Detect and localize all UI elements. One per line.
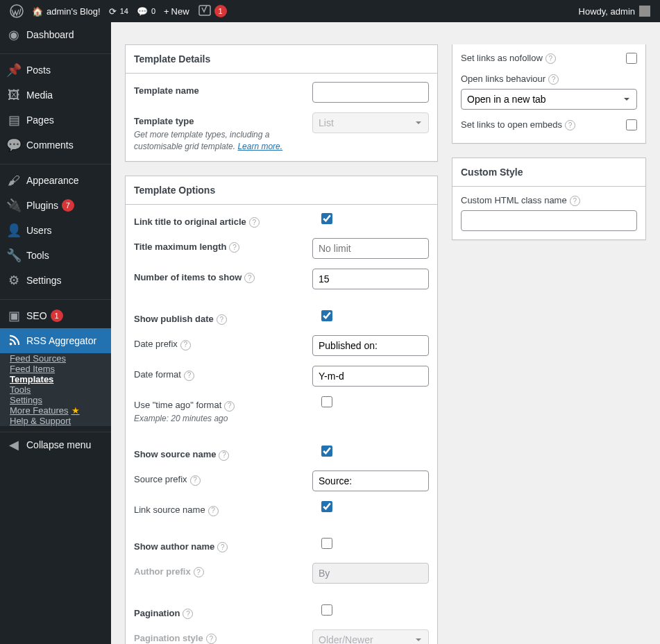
pagination-checkbox[interactable] [321, 604, 332, 616]
show-publish-checkbox[interactable] [321, 310, 332, 321]
custom-style-heading: Custom Style [452, 158, 645, 187]
menu-rss[interactable]: RSS Aggregator [0, 328, 111, 353]
help-icon[interactable]: ? [217, 314, 227, 325]
account-link[interactable]: Howdy, admin [575, 0, 654, 22]
help-icon[interactable]: ? [565, 120, 575, 130]
open-behaviour-label: Open links behaviour [461, 74, 545, 84]
collapse-icon: ◀ [7, 438, 21, 452]
pagination-style-label: Pagination style [134, 633, 203, 643]
collapse-button[interactable]: ◀Collapse menu [0, 432, 111, 457]
new-link[interactable]: +New [160, 0, 194, 22]
show-publish-label: Show publish date [134, 314, 214, 324]
source-prefix-label: Source prefix [134, 474, 187, 484]
updates-link[interactable]: ⟳14 [105, 0, 133, 22]
template-type-label: Template type [134, 116, 194, 126]
help-icon[interactable]: ? [184, 371, 194, 381]
help-icon[interactable]: ? [249, 217, 260, 228]
nofollow-label: Set links as nofollow [461, 53, 543, 63]
admin-bar: 🏠admin's Blog! ⟳14 💬0 +New 1 Howdy, admi… [0, 0, 660, 22]
open-embeds-label: Set links to open embeds [461, 119, 562, 130]
time-ago-checkbox[interactable] [321, 396, 332, 407]
help-icon[interactable]: ? [208, 506, 219, 516]
custom-style-box: Custom Style Custom HTML class name? [452, 158, 646, 240]
show-source-checkbox[interactable] [321, 446, 332, 457]
wrench-icon: 🔧 [7, 248, 21, 262]
menu-tools[interactable]: 🔧Tools [0, 243, 111, 268]
menu-seo[interactable]: ▣SEO1 [0, 303, 111, 328]
menu-plugins[interactable]: 🔌Plugins7 [0, 193, 111, 218]
pagination-label: Pagination [134, 608, 180, 618]
open-behaviour-select[interactable]: Open in a new tab [461, 89, 637, 110]
help-icon[interactable]: ? [183, 609, 193, 619]
avatar [639, 6, 650, 17]
num-items-input[interactable] [312, 269, 429, 289]
update-icon: ⟳ [109, 6, 117, 17]
template-name-input[interactable] [312, 82, 429, 103]
title-max-label: Title maximum length [134, 242, 226, 252]
help-icon[interactable]: ? [545, 53, 556, 64]
nofollow-checkbox[interactable] [626, 53, 637, 64]
help-icon[interactable]: ? [229, 242, 239, 253]
template-type-note: Get more template types, including a cus… [134, 129, 304, 153]
menu-comments[interactable]: 💬Comments [0, 133, 111, 158]
link-source-checkbox[interactable] [321, 501, 332, 512]
html-class-input[interactable] [461, 210, 637, 231]
menu-dashboard[interactable]: ◉Dashboard [0, 22, 111, 47]
menu-settings[interactable]: ⚙Settings [0, 268, 111, 293]
html-class-label: Custom HTML class name [461, 195, 567, 205]
wp-logo[interactable] [6, 0, 28, 22]
pin-icon: 📌 [7, 63, 21, 77]
source-prefix-input[interactable] [312, 471, 429, 491]
media-icon: 🖾 [7, 88, 21, 102]
template-details-box: Template Details Template name Template … [125, 44, 438, 162]
learn-more-link[interactable]: Learn more. [237, 142, 282, 151]
help-icon[interactable]: ? [206, 634, 217, 644]
help-icon[interactable]: ? [194, 567, 204, 577]
help-icon[interactable]: ? [219, 450, 229, 461]
link-title-checkbox[interactable] [321, 213, 332, 224]
num-items-label: Number of items to show [134, 272, 242, 282]
menu-pages[interactable]: ▤Pages [0, 108, 111, 133]
title-max-input[interactable] [312, 238, 429, 259]
author-prefix-label: Author prefix [134, 566, 191, 577]
help-icon[interactable]: ? [190, 475, 201, 486]
menu-users[interactable]: 👤Users [0, 218, 111, 243]
help-icon[interactable]: ? [217, 542, 228, 552]
menu-media[interactable]: 🖾Media [0, 83, 111, 108]
show-author-label: Show author name [134, 541, 214, 552]
template-name-label: Template name [134, 85, 199, 96]
links-box: Set links as nofollow? Open links behavi… [452, 44, 646, 144]
date-prefix-input[interactable] [312, 335, 429, 356]
dashboard-icon: ◉ [7, 28, 21, 42]
menu-posts[interactable]: 📌Posts [0, 58, 111, 83]
date-format-input[interactable] [312, 366, 429, 387]
show-author-checkbox[interactable] [321, 538, 332, 549]
help-icon[interactable]: ? [244, 273, 255, 283]
comment-icon: 💬 [137, 6, 148, 17]
site-link[interactable]: 🏠admin's Blog! [28, 0, 105, 22]
comments-link[interactable]: 💬0 [133, 0, 160, 22]
time-ago-note: Example: 20 minutes ago [134, 413, 313, 425]
yoast-link[interactable]: 1 [194, 0, 231, 22]
sub-help[interactable]: Help & Support [0, 412, 78, 430]
home-icon: 🏠 [32, 6, 43, 17]
pagination-style-select: Older/Newer [312, 629, 429, 644]
show-source-label: Show source name [134, 449, 216, 459]
svg-point-2 [10, 343, 12, 346]
time-ago-label: Use "time ago" format [134, 400, 221, 410]
link-source-label: Link source name [134, 505, 205, 515]
plugin-icon: 🔌 [7, 198, 21, 212]
template-options-heading: Template Options [126, 176, 437, 205]
comment-icon: 💬 [7, 138, 21, 152]
menu-appearance[interactable]: 🖌Appearance [0, 168, 111, 193]
help-icon[interactable]: ? [180, 340, 191, 350]
user-icon: 👤 [7, 223, 21, 237]
sliders-icon: ⚙ [7, 273, 21, 287]
open-embeds-checkbox[interactable] [626, 119, 637, 130]
help-icon[interactable]: ? [548, 74, 559, 85]
brush-icon: 🖌 [7, 173, 21, 187]
help-icon[interactable]: ? [224, 401, 235, 412]
rss-icon [7, 334, 21, 348]
seo-icon: ▣ [7, 309, 21, 323]
help-icon[interactable]: ? [570, 196, 580, 206]
